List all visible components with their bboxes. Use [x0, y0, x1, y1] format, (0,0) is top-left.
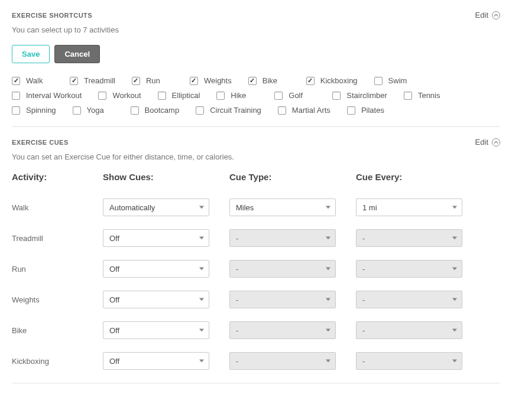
cue-show-select[interactable]: Off	[103, 291, 209, 308]
activity-label: Spinning	[26, 106, 56, 115]
cue-activity-label: Run	[12, 265, 95, 274]
section-divider	[12, 383, 500, 383]
checkbox-icon[interactable]	[158, 92, 166, 100]
header-activity: Activity:	[12, 172, 95, 182]
checkbox-icon[interactable]	[73, 106, 81, 115]
activity-checkbox[interactable]: Interval Workout	[12, 91, 82, 100]
activity-checkbox[interactable]: Tennis	[404, 91, 445, 100]
select-value: Off	[109, 326, 119, 335]
activity-checkbox[interactable]: Bootcamp	[131, 106, 180, 115]
activity-label: Kickboxing	[320, 76, 358, 85]
cue-every-select: -	[356, 321, 462, 339]
select-value: -	[362, 357, 365, 366]
checkbox-icon[interactable]	[70, 77, 78, 85]
activity-checkbox[interactable]: Run	[132, 76, 173, 85]
checkbox-icon[interactable]	[98, 92, 106, 100]
cue-every-select[interactable]: 1 mi	[356, 198, 462, 216]
chevron-down-icon	[199, 237, 204, 240]
activity-label: Bootcamp	[145, 106, 180, 115]
cues-table: Activity: Show Cues: Cue Type: Cue Every…	[12, 172, 500, 370]
cue-every-select: -	[356, 352, 462, 370]
activity-checkbox[interactable]: Stairclimber	[332, 91, 387, 100]
chevron-down-icon	[326, 237, 330, 240]
activity-checkbox[interactable]: Kickboxing	[306, 76, 358, 85]
chevron-up-icon	[492, 138, 500, 146]
checkbox-icon[interactable]	[274, 92, 283, 100]
select-value: -	[236, 326, 238, 335]
checkbox-icon[interactable]	[132, 77, 140, 85]
checkbox-icon[interactable]	[374, 77, 383, 85]
checkbox-icon[interactable]	[347, 106, 355, 115]
cues-description: You can set an Exercise Cue for either d…	[12, 152, 500, 161]
activity-label: Run	[146, 76, 160, 85]
activity-checkbox[interactable]: Martial Arts	[278, 106, 330, 115]
cue-every-select: -	[356, 229, 462, 247]
save-button[interactable]: Save	[12, 45, 50, 63]
activity-checkbox[interactable]: Bike	[248, 76, 290, 85]
select-value: Automatically	[109, 203, 155, 212]
select-value: -	[236, 295, 238, 304]
shortcuts-edit-toggle[interactable]: Edit	[475, 11, 500, 19]
activity-checkbox[interactable]: Treadmill	[70, 76, 115, 85]
activity-label: Walk	[26, 76, 43, 85]
checkbox-icon[interactable]	[12, 106, 20, 115]
cue-activity-label: Weights	[12, 295, 95, 304]
activity-checkbox[interactable]: Golf	[274, 91, 316, 100]
activity-checkbox[interactable]: Circuit Training	[196, 106, 261, 115]
checkbox-icon[interactable]	[332, 92, 341, 100]
select-value: -	[362, 234, 365, 243]
chevron-down-icon	[452, 268, 457, 271]
edit-label: Edit	[475, 11, 488, 19]
cue-show-select[interactable]: Off	[103, 229, 209, 247]
cue-activity-label: Treadmill	[12, 234, 95, 243]
activity-label: Weights	[204, 76, 232, 85]
activity-checkbox[interactable]: Workout	[98, 91, 141, 100]
checkbox-icon[interactable]	[196, 106, 204, 115]
section-divider	[12, 126, 500, 127]
cue-show-select[interactable]: Off	[103, 321, 209, 339]
select-value: 1 mi	[362, 203, 377, 212]
checkbox-icon[interactable]	[306, 77, 315, 85]
cancel-button[interactable]: Cancel	[54, 45, 100, 63]
activity-checkbox[interactable]: Spinning	[12, 106, 56, 115]
checkbox-icon[interactable]	[12, 92, 20, 100]
cue-show-select[interactable]: Off	[103, 352, 209, 370]
activity-label: Stairclimber	[346, 91, 387, 100]
checkbox-icon[interactable]	[248, 77, 257, 85]
select-value: -	[236, 357, 238, 366]
chevron-down-icon	[199, 329, 204, 332]
activity-checkbox[interactable]: Yoga	[73, 106, 114, 115]
cue-type-select[interactable]: Miles	[229, 198, 336, 216]
checkbox-icon[interactable]	[278, 106, 286, 115]
select-value: -	[236, 234, 238, 243]
cue-activity-label: Kickboxing	[12, 357, 95, 366]
cue-show-select[interactable]: Off	[103, 260, 209, 278]
cue-activity-label: Bike	[12, 326, 95, 335]
checkbox-icon[interactable]	[190, 77, 198, 85]
cue-type-select: -	[229, 352, 336, 370]
chevron-up-icon	[492, 11, 500, 19]
activity-checkbox[interactable]: Pilates	[347, 106, 388, 115]
edit-label: Edit	[475, 138, 488, 146]
activity-checkbox[interactable]: Swim	[374, 76, 416, 85]
cue-activity-label: Walk	[12, 203, 95, 212]
activity-label: Workout	[112, 91, 141, 100]
cues-edit-toggle[interactable]: Edit	[475, 138, 500, 146]
checkbox-icon[interactable]	[216, 92, 225, 100]
select-value: Off	[109, 357, 119, 366]
activity-label: Swim	[388, 76, 407, 85]
checkbox-icon[interactable]	[12, 77, 20, 85]
select-value: -	[236, 265, 238, 274]
chevron-down-icon	[326, 329, 330, 332]
cue-every-select: -	[356, 260, 462, 278]
checkbox-icon[interactable]	[404, 92, 412, 100]
chevron-down-icon	[199, 360, 204, 363]
header-cue-every: Cue Every:	[356, 172, 474, 182]
activity-label: Treadmill	[84, 76, 115, 85]
activity-checkbox[interactable]: Hike	[216, 91, 258, 100]
cue-show-select[interactable]: Automatically	[103, 198, 209, 216]
checkbox-icon[interactable]	[131, 106, 139, 115]
activity-checkbox[interactable]: Weights	[190, 76, 232, 85]
activity-checkbox[interactable]: Elliptical	[158, 91, 200, 100]
activity-checkbox[interactable]: Walk	[12, 76, 53, 85]
